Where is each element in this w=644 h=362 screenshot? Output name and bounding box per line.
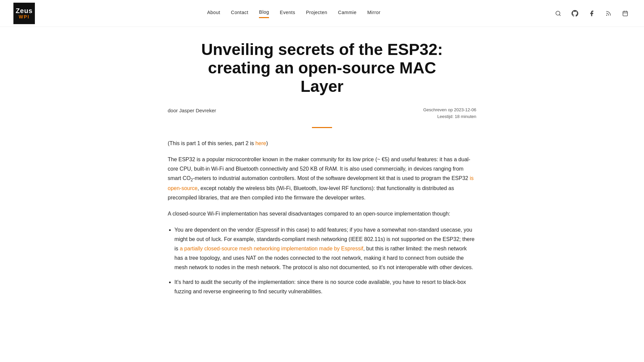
para1-end: , except notably the wireless bits (Wi-F… [168, 185, 454, 200]
logo-zeus-text: Zeus [16, 7, 33, 14]
intro-here-link[interactable]: here [255, 140, 266, 146]
author-name: Jasper Devreker [179, 108, 216, 113]
intro-part2: ) [266, 140, 268, 146]
article-intro: (This is part 1 of this series, part 2 i… [168, 139, 476, 148]
search-icon [555, 10, 561, 16]
rss-icon [605, 10, 611, 16]
calendar-icon [622, 10, 628, 16]
article-list: You are dependent on the vendor (Espress… [174, 225, 476, 296]
nav-events[interactable]: Events [280, 9, 295, 17]
para1-cont: -meters to industrial automation control… [193, 175, 470, 181]
article-date-info: Geschreven op 2023-12-06 Leestijd: 18 mi… [423, 107, 476, 121]
article-divider [312, 127, 332, 128]
date-label: Geschreven op [423, 107, 453, 112]
site-header: Zeus WPI About Contact Blog Events Proje… [0, 0, 644, 27]
site-logo[interactable]: Zeus WPI [13, 3, 35, 24]
rss-button[interactable] [603, 8, 614, 19]
github-icon [572, 10, 578, 17]
facebook-icon [588, 10, 595, 17]
article-date: 2023-12-06 [454, 107, 477, 112]
article-readtime-line: Leestijd: 18 minuten [423, 113, 476, 120]
nav-contact[interactable]: Contact [231, 9, 249, 17]
article-date-line: Geschreven op 2023-12-06 [423, 107, 476, 114]
readtime-label: Leestijd: [437, 114, 453, 119]
svg-line-1 [559, 14, 560, 15]
espressif-mesh-link[interactable]: a partially closed-source mesh networkin… [180, 246, 363, 251]
nav-cammie[interactable]: Cammie [338, 9, 357, 17]
article-title: Unveiling secrets of the ESP32: creating… [188, 40, 456, 96]
article-body: (This is part 1 of this series, part 2 i… [168, 139, 476, 296]
main-nav: About Contact Blog Events Projecten Camm… [207, 8, 380, 18]
nav-blog[interactable]: Blog [259, 8, 269, 18]
article-readtime: 18 minuten [455, 114, 476, 119]
author-prefix: door [168, 108, 178, 113]
article-meta: door Jasper Devreker Geschreven op 2023-… [168, 107, 476, 121]
nav-about[interactable]: About [207, 9, 220, 17]
intro-part1: (This is part 1 of this series, part 2 i… [168, 140, 255, 146]
list-item-1: You are dependent on the vendor (Espress… [174, 225, 476, 272]
github-button[interactable] [570, 8, 580, 19]
list-item-2: It's hard to audit the security of the i… [174, 278, 476, 296]
article-para1: The ESP32 is a popular microcontroller k… [168, 155, 476, 202]
logo-wpi-text: WPI [19, 14, 30, 19]
calendar-button[interactable] [620, 8, 631, 19]
logo-box: Zeus WPI [13, 3, 35, 24]
main-content: Unveiling secrets of the ESP32: creating… [161, 27, 483, 330]
facebook-button[interactable] [586, 8, 597, 19]
nav-projecten[interactable]: Projecten [306, 9, 327, 17]
article-author: door Jasper Devreker [168, 107, 216, 115]
svg-rect-3 [623, 11, 628, 16]
article-para2: A closed-source Wi-Fi implementation has… [168, 209, 476, 219]
svg-point-2 [606, 14, 607, 15]
header-icons [553, 8, 631, 19]
nav-mirror[interactable]: Mirror [367, 9, 381, 17]
search-button[interactable] [553, 8, 564, 19]
